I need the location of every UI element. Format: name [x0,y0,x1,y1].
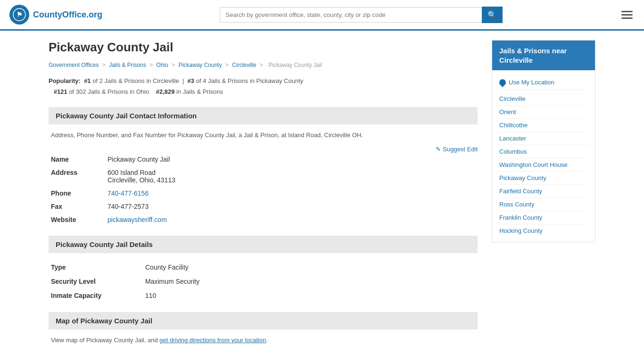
security-value: Maximum Security [143,274,478,288]
sidebar-link-pickaway-county[interactable]: Pickaway County [499,172,588,185]
breadcrumb-sep: > [102,62,107,68]
table-row: Address 600 Island Road Circleville, Ohi… [49,166,478,187]
sidebar-link-chillicothe[interactable]: Chillicothe [499,119,588,132]
sidebar-link-lancaster[interactable]: Lancaster [499,132,588,145]
type-value: County Facility [143,260,478,274]
sidebar-link-wch[interactable]: Washington Court House [499,158,588,172]
sidebar-link-columbus[interactable]: Columbus [499,145,588,158]
breadcrumb-jails[interactable]: Jails & Prisons [109,62,146,68]
map-description: View map of Pickaway County Jail, and ge… [49,337,478,344]
content-area: Pickaway County Jail Government Offices … [49,40,478,353]
sidebar-title: Jails & Prisons near Circleville [492,41,595,70]
fax-value: 740-477-2573 [105,200,478,213]
rank4-label: in Jails & Prisons [176,88,223,95]
use-location-link[interactable]: Use My Location [499,75,588,90]
breadcrumb-sep: > [172,62,176,68]
sidebar-link-circleville[interactable]: Circleville [499,92,588,106]
sidebar-link-fairfield[interactable]: Fairfield County [499,185,588,198]
sidebar-link-ross[interactable]: Ross County [499,198,588,211]
menu-button[interactable] [619,9,635,21]
map-header: Map of Pickaway County Jail [49,312,478,329]
table-row: Security Level Maximum Security [49,274,478,288]
table-row: Inmate Capacity 110 [49,288,478,303]
contact-header: Pickaway County Jail Contact Information [49,107,478,124]
website-label: Website [49,213,105,226]
table-row: Fax 740-477-2573 [49,200,478,213]
address-line2: Circleville, Ohio, 43113 [107,176,175,184]
suggest-edit-label: Suggest Edit [443,146,478,153]
phone-link[interactable]: 740-477-6156 [107,189,149,197]
logo-brand: CountyOffice [33,10,86,19]
search-button[interactable]: 🔍 [482,7,503,23]
svg-text:⚑: ⚑ [17,11,23,18]
rank2-num: #3 [188,77,194,84]
sidebar-link-orient[interactable]: Orient [499,106,588,119]
logo-text: CountyOffice.org [33,10,102,20]
main-container: Pickaway County Jail Government Offices … [39,31,605,362]
website-value: pickawaysheriff.com [105,213,478,226]
menu-line [621,14,633,16]
logo-domain: .org [86,10,102,19]
menu-line [621,11,633,12]
breadcrumb-gov-offices[interactable]: Government Offices [49,62,99,68]
type-label: Type [49,260,143,274]
suggest-edit-link[interactable]: ✎ Suggest Edit [436,146,478,153]
page-title: Pickaway County Jail [49,40,478,55]
search-icon: 🔍 [487,11,497,19]
search-bar: 🔍 [220,7,503,23]
fax-label: Fax [49,200,105,213]
breadcrumb-current: Pickaway County Jail [268,62,322,68]
logo-icon: ⚑ [9,5,29,25]
security-label: Security Level [49,274,143,288]
details-header: Pickaway County Jail Details [49,236,478,253]
address-label: Address [49,166,105,187]
website-link[interactable]: pickawaysheriff.com [107,216,167,223]
phone-label: Phone [49,187,105,200]
sidebar-content: Use My Location Circleville Orient Chill… [492,70,595,242]
breadcrumb-sep: > [149,62,154,68]
use-location-label: Use My Location [509,79,554,86]
contact-section: Pickaway County Jail Contact Information… [49,107,478,226]
breadcrumb-pickaway[interactable]: Pickaway County [179,62,222,68]
breadcrumb-ohio[interactable]: Ohio [157,62,168,68]
address-line1: 600 Island Road [107,169,156,176]
search-input[interactable] [220,7,482,23]
suggest-edit-icon: ✎ [436,146,441,153]
table-row: Type County Facility [49,260,478,274]
map-desc-text: View map of Pickaway County Jail, and [51,337,159,344]
name-value: Pickaway County Jail [105,153,478,166]
phone-value: 740-477-6156 [105,187,478,200]
popularity-label: Popularity: [49,77,81,84]
sidebar-link-franklin[interactable]: Franklin County [499,211,588,224]
address-value: 600 Island Road Circleville, Ohio, 43113 [105,166,478,187]
contact-table: Name Pickaway County Jail Address 600 Is… [49,153,478,226]
sidebar-box: Jails & Prisons near Circleville Use My … [492,40,595,242]
details-table: Type County Facility Security Level Maxi… [49,260,478,303]
capacity-label: Inmate Capacity [49,288,143,303]
breadcrumb-sep: > [225,62,230,68]
location-icon [498,78,507,87]
popularity-section: Popularity: #1 of 2 Jails & Prisons in C… [49,75,478,98]
directions-link[interactable]: get driving directions from your locatio… [159,337,266,344]
sidebar: Jails & Prisons near Circleville Use My … [492,40,595,353]
rank2-label: of 4 Jails & Prisons in Pickaway County [196,77,304,84]
site-header: ⚑ CountyOffice.org 🔍 [0,0,644,31]
logo-area: ⚑ CountyOffice.org [9,5,102,25]
menu-line [621,17,633,19]
breadcrumb-circleville[interactable]: Circleville [232,62,256,68]
details-section: Pickaway County Jail Details Type County… [49,236,478,303]
contact-description: Address, Phone Number, and Fax Number fo… [49,132,478,139]
table-row: Website pickawaysheriff.com [49,213,478,226]
map-section: Map of Pickaway County Jail View map of … [49,312,478,344]
table-row: Name Pickaway County Jail [49,153,478,166]
breadcrumb-sep: > [260,62,264,68]
rank1-label: of 2 Jails & Prisons in Circleville [92,77,179,84]
table-row: Phone 740-477-6156 [49,187,478,200]
rank3-num: #121 [54,88,67,95]
breadcrumb: Government Offices > Jails & Prisons > O… [49,62,478,68]
rank4-num: #2,829 [156,88,175,95]
capacity-value: 110 [143,288,478,303]
rank3-label: of 302 Jails & Prisons in Ohio [69,88,149,95]
sidebar-link-hocking[interactable]: Hocking County [499,224,588,237]
rank1-num: #1 [84,77,91,84]
